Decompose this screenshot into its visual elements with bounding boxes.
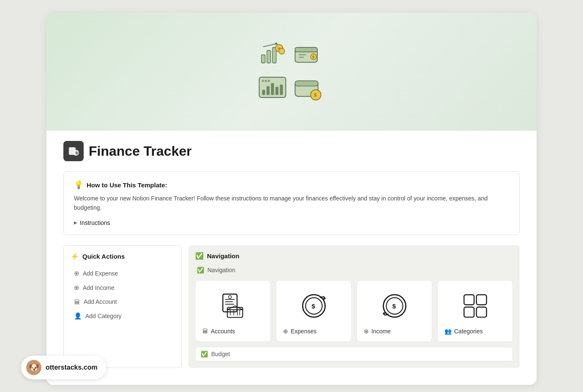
svg-rect-24: [295, 81, 318, 86]
nav-sub-label: Navigation: [207, 267, 235, 273]
svg-point-20: [262, 80, 264, 82]
page-header: ↻ Finance Tracker: [63, 141, 520, 161]
svg-rect-11: [299, 57, 304, 58]
svg-point-22: [268, 80, 270, 82]
nav-card-categories[interactable]: 👥 Categories: [437, 280, 513, 342]
how-to-use-text: Welcome to your new Notion Finance Track…: [74, 194, 509, 213]
svg-rect-16: [267, 86, 270, 95]
nav-card-accounts[interactable]: 🏛 Accounts: [195, 280, 271, 342]
navigation-sub-header: ✅ Navigation: [195, 267, 513, 273]
accounts-label-icon: 🏛: [202, 328, 208, 335]
instructions-toggle[interactable]: ▶ Instructions: [74, 219, 509, 226]
income-label: ⊕ Income: [364, 328, 391, 335]
svg-rect-51: [476, 295, 486, 305]
nav-card-expenses[interactable]: $ ⊕ Expenses: [276, 280, 351, 342]
navigation-header: ✅ Navigation: [195, 252, 513, 260]
content-area: ↻ Finance Tracker 💡 How to Use This Temp…: [46, 131, 537, 385]
accounts-label: 🏛 Accounts: [202, 328, 235, 335]
add-expense-label: Add Expense: [83, 270, 118, 277]
svg-point-5: [279, 48, 285, 54]
bottom-row: ⚡ Quick Actions ⊕ Add Expense ⊕ Add Inco…: [63, 245, 520, 368]
budget-label: Budget: [211, 351, 230, 357]
arrow-icon: ▶: [74, 220, 77, 225]
svg-text:$: $: [312, 55, 314, 59]
svg-point-34: [228, 295, 231, 298]
navigation-panel: ✅ Navigation ✅ Navigation: [188, 245, 520, 368]
nav-check-icon: ✅: [197, 267, 204, 273]
add-account-icon: 🏛: [74, 298, 80, 305]
accounts-icon: [202, 289, 264, 323]
svg-line-6: [263, 44, 276, 47]
main-card: $ $: [46, 13, 537, 385]
svg-rect-0: [262, 55, 265, 63]
quick-action-add-account[interactable]: 🏛 Add Account: [71, 296, 174, 308]
svg-rect-17: [271, 83, 274, 95]
hero-icon-wallet-coin: $: [294, 74, 323, 103]
add-account-label: Add Account: [84, 298, 117, 305]
svg-rect-30: [223, 294, 237, 312]
how-to-use-title: How to Use This Template:: [87, 181, 167, 189]
income-label-icon: ⊕: [364, 328, 369, 335]
add-expense-icon: ⊕: [74, 270, 79, 277]
add-category-icon: 👤: [74, 312, 82, 320]
branding-avatar: 🐶: [26, 360, 41, 375]
add-income-icon: ⊕: [74, 284, 79, 292]
svg-text:$: $: [311, 302, 315, 309]
svg-text:$: $: [314, 92, 317, 97]
navigation-title: Navigation: [207, 252, 240, 260]
nav-card-income[interactable]: $ ⊕ Income: [357, 280, 432, 342]
svg-rect-52: [464, 307, 474, 317]
hero-icon-bar-chart2: [258, 74, 287, 103]
navigation-icon: ✅: [195, 252, 204, 260]
add-category-label: Add Category: [85, 313, 122, 319]
categories-icon: [444, 289, 506, 323]
expenses-label-icon: ⊕: [283, 328, 288, 335]
how-to-use-header: 💡 How to Use This Template:: [74, 180, 509, 189]
hero-banner: $ $: [46, 13, 537, 131]
quick-actions-icon: ⚡: [71, 252, 79, 260]
quick-action-add-income[interactable]: ⊕ Add Income: [71, 281, 174, 294]
nav-cards-grid: 🏛 Accounts $: [195, 280, 513, 342]
quick-action-add-category[interactable]: 👤 Add Category: [71, 310, 174, 322]
svg-rect-10: [299, 54, 306, 55]
categories-label-icon: 👥: [444, 328, 452, 335]
page-icon: ↻: [63, 141, 84, 161]
page-title: Finance Tracker: [89, 143, 192, 159]
categories-label: 👥 Categories: [444, 328, 483, 335]
quick-actions-header: ⚡ Quick Actions: [71, 252, 174, 260]
quick-actions-title: Quick Actions: [82, 253, 125, 260]
svg-rect-50: [464, 295, 474, 305]
expenses-icon: $: [283, 289, 344, 323]
svg-rect-18: [275, 87, 278, 95]
how-to-use-box: 💡 How to Use This Template: Welcome to y…: [63, 171, 520, 235]
branding-pill: 🐶 otterstacks.com: [21, 356, 106, 379]
svg-rect-15: [262, 90, 265, 95]
expenses-label: ⊕ Expenses: [283, 328, 316, 335]
quick-actions-panel: ⚡ Quick Actions ⊕ Add Expense ⊕ Add Inco…: [63, 245, 182, 368]
svg-rect-1: [267, 51, 271, 63]
hero-icons: $ $: [258, 40, 325, 103]
svg-rect-19: [280, 84, 283, 95]
svg-marker-7: [274, 42, 278, 44]
branding-text: otterstacks.com: [46, 364, 98, 371]
hero-icon-wallet-open: $: [294, 40, 323, 70]
add-income-label: Add Income: [83, 284, 114, 291]
svg-point-21: [265, 80, 267, 82]
svg-text:$: $: [392, 302, 396, 309]
quick-action-add-expense[interactable]: ⊕ Add Expense: [71, 267, 174, 280]
bulb-icon: 💡: [74, 180, 83, 189]
budget-hint[interactable]: ✅ Budget: [195, 347, 513, 361]
income-icon: $: [364, 289, 425, 323]
budget-icon: ✅: [201, 351, 208, 357]
svg-rect-53: [476, 307, 486, 317]
instructions-label: Instructions: [80, 219, 110, 226]
svg-text:↻: ↻: [75, 151, 79, 155]
hero-icon-chart: $: [258, 40, 287, 70]
svg-rect-9: [295, 48, 318, 52]
